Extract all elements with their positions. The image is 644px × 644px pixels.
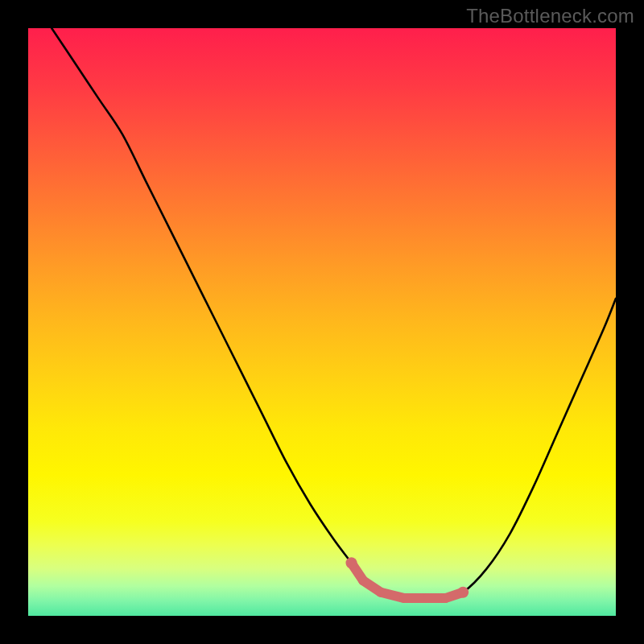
plot-rect <box>28 28 616 616</box>
watermark-text: TheBottleneck.com <box>466 5 634 27</box>
chart-frame: TheBottleneck.com <box>0 0 644 644</box>
plot-background <box>28 28 616 616</box>
gradient-svg <box>28 28 616 616</box>
